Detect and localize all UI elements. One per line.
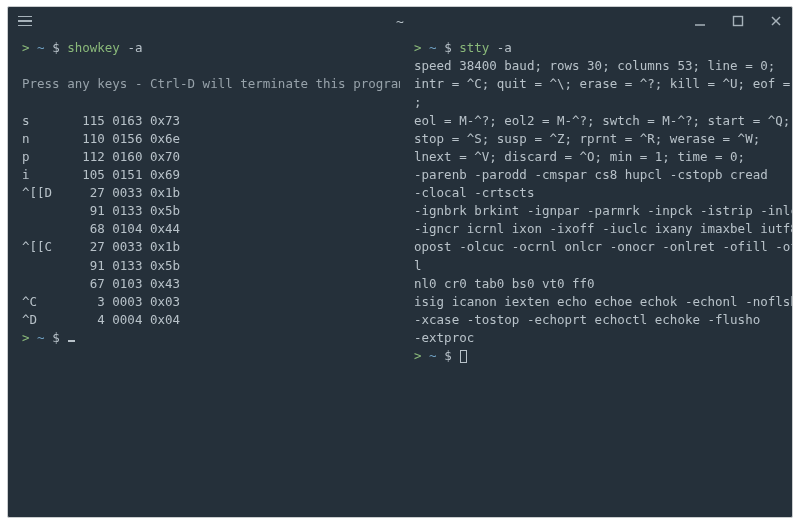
maximize-button[interactable]: [730, 13, 746, 29]
right-pane[interactable]: > ~ $ stty -a speed 38400 baud; rows 30;…: [400, 39, 792, 507]
left-pane[interactable]: > ~ $ showkey -a Press any keys - Ctrl-D…: [8, 39, 400, 507]
terminal-content[interactable]: > ~ $ showkey -a Press any keys - Ctrl-D…: [8, 35, 792, 517]
titlebar[interactable]: ~: [8, 7, 792, 35]
close-button[interactable]: [768, 13, 784, 29]
minimize-button[interactable]: [692, 13, 708, 29]
svg-rect-1: [734, 17, 743, 26]
menu-icon[interactable]: [16, 12, 34, 31]
window-title: ~: [136, 14, 664, 29]
terminal-window: ~ > ~ $ showkey -a Press any keys - Ctrl…: [7, 6, 793, 518]
